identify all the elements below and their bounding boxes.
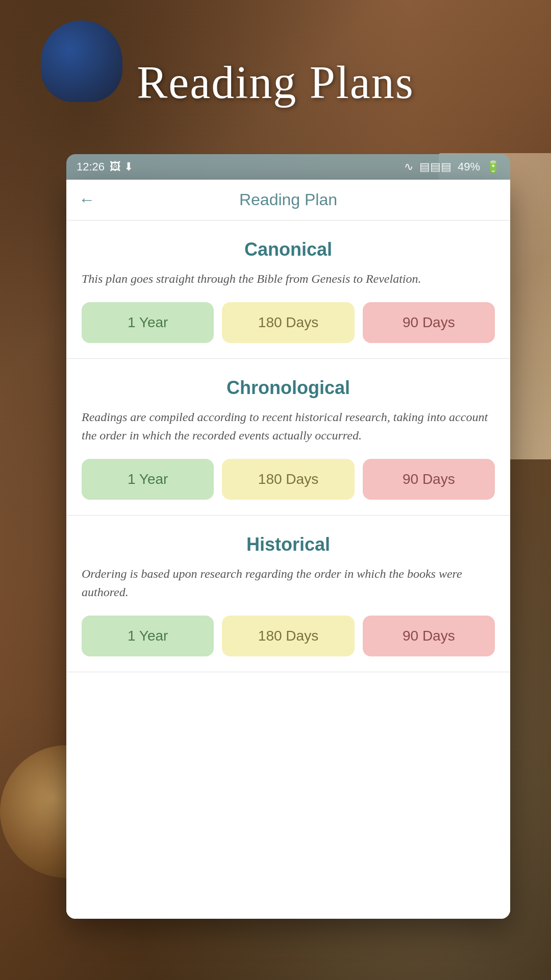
plan-title-historical: Historical — [82, 534, 495, 555]
plan-btn-historical-yellow[interactable]: 180 Days — [222, 616, 354, 656]
plan-buttons-historical: 1 Year180 Days90 Days — [82, 616, 495, 656]
phone-card: ← Reading Plan CanonicalThis plan goes s… — [66, 180, 510, 919]
plan-buttons-chronological: 1 Year180 Days90 Days — [82, 459, 495, 500]
plan-btn-historical-pink[interactable]: 90 Days — [363, 616, 495, 656]
plan-title-chronological: Chronological — [82, 377, 495, 399]
status-bar: 12:26 🖼 ⬇ ∿ ▤▤▤ 49% 🔋 — [66, 154, 510, 180]
plan-btn-chronological-green[interactable]: 1 Year — [82, 459, 214, 500]
status-right: ∿ ▤▤▤ 49% 🔋 — [404, 160, 500, 174]
plan-buttons-canonical: 1 Year180 Days90 Days — [82, 302, 495, 343]
plan-btn-historical-green[interactable]: 1 Year — [82, 616, 214, 656]
plan-desc-historical: Ordering is based upon research regardin… — [82, 565, 495, 601]
plan-title-canonical: Canonical — [82, 239, 495, 260]
page-title: Reading Plans — [0, 56, 551, 109]
signal-icon: ▤▤▤ — [419, 160, 452, 174]
plan-btn-canonical-yellow[interactable]: 180 Days — [222, 302, 354, 343]
status-icons: 🖼 ⬇ — [110, 160, 133, 174]
plan-btn-canonical-green[interactable]: 1 Year — [82, 302, 214, 343]
plan-btn-chronological-yellow[interactable]: 180 Days — [222, 459, 354, 500]
plan-desc-canonical: This plan goes straight through the Bibl… — [82, 270, 495, 288]
plan-section-historical: HistoricalOrdering is based upon researc… — [66, 516, 510, 672]
app-header-title: Reading Plan — [239, 190, 337, 209]
battery-icon: 🔋 — [486, 160, 500, 174]
plan-btn-canonical-pink[interactable]: 90 Days — [363, 302, 495, 343]
content-area: CanonicalThis plan goes straight through… — [66, 220, 510, 919]
status-time: 12:26 — [77, 160, 105, 174]
battery-text: 49% — [458, 160, 480, 174]
status-left: 12:26 🖼 ⬇ — [77, 160, 133, 174]
plan-section-chronological: ChronologicalReadings are compiled accor… — [66, 359, 510, 516]
plan-desc-chronological: Readings are compiled according to recen… — [82, 408, 495, 445]
app-header: ← Reading Plan — [66, 180, 510, 220]
plan-section-canonical: CanonicalThis plan goes straight through… — [66, 220, 510, 359]
wifi-icon: ∿ — [404, 160, 413, 174]
plan-btn-chronological-pink[interactable]: 90 Days — [363, 459, 495, 500]
back-button[interactable]: ← — [79, 190, 95, 209]
